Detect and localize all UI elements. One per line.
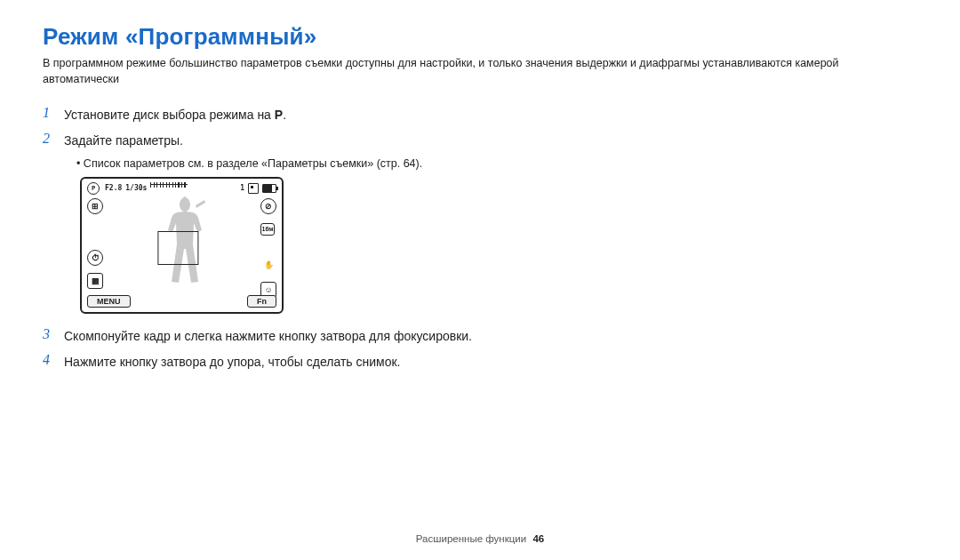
drive-mode-icon: ⊞ [87,198,103,214]
grid-icon: ▦ [87,273,103,289]
lcd-left-icons: ⊞ ⏱ ▦ [87,198,103,289]
fn-button[interactable]: Fn [247,295,276,308]
lcd-topbar: P F2.8 1/30s 1 [87,182,276,195]
lcd-bottombar: MENU Fn [87,295,276,308]
mode-letter: P [275,108,283,122]
step1-pre: Установите диск выбора режима на [64,108,275,122]
page-footer: Расширенные функции 46 [0,533,960,544]
step-number: 1 [43,105,64,121]
ev-scale-icon [150,184,188,192]
step-2: 2 Задайте параметры. [43,131,523,149]
step1-post: . [283,108,286,122]
step-number: 3 [43,326,64,342]
menu-button[interactable]: MENU [87,295,131,308]
intro-text: В программном режиме большинство парамет… [43,56,917,87]
step-3: 3 Скомпонуйте кадр и слегка нажмите кноп… [43,326,523,345]
step-text: Скомпонуйте кадр и слегка нажмите кнопку… [64,326,472,345]
footer-section: Расширенные функции [416,533,526,544]
step-text: Нажмите кнопку затвора до упора, чтобы с… [64,352,400,371]
footer-page-number: 46 [532,533,544,544]
image-size-icon: 16м [260,223,275,236]
step-text: Установите диск выбора режима на P. [64,105,286,124]
lcd-screen: P F2.8 1/30s 1 ⊞ ⏱ ▦ ⊘ 16м ✋ [80,177,284,314]
lcd-illustration: P F2.8 1/30s 1 ⊞ ⏱ ▦ ⊘ 16м ✋ [80,177,523,314]
lcd-right-icons: ⊘ 16м ✋ ☺ [260,198,276,298]
step-number: 2 [43,131,64,147]
mode-icon: P [87,182,100,195]
page-title: Режим «Программный» [43,23,917,51]
step-4: 4 Нажмите кнопку затвора до упора, чтобы… [43,352,523,371]
focus-frame-icon [157,231,198,265]
step-number: 4 [43,352,64,368]
step-text: Задайте параметры. [64,131,183,149]
shot-count: 1 [240,184,244,192]
step-2-subnote: Список параметров см. в разделе «Парамет… [76,157,523,170]
timer-icon: ⏱ [87,250,103,266]
shutter-value: 1/30s [125,184,147,192]
step-1: 1 Установите диск выбора режима на P. [43,105,523,124]
stabilizer-icon: ✋ [260,257,276,273]
sdcard-icon [248,183,259,194]
flash-off-icon: ⊘ [260,198,276,214]
aperture-value: F2.8 [105,184,122,192]
battery-icon [262,184,276,193]
steps-list: 1 Установите диск выбора режима на P. 2 … [43,105,523,371]
